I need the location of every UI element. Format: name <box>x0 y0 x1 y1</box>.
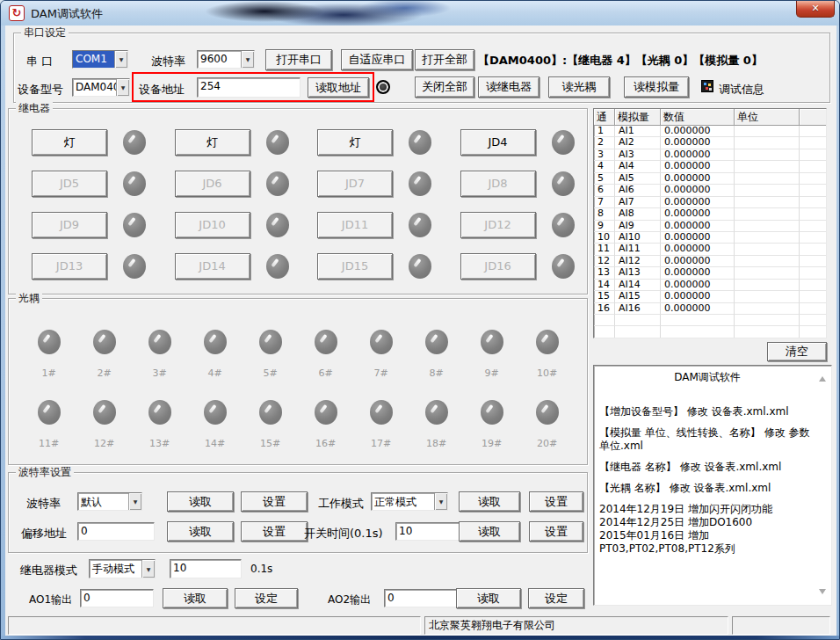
mode-read-button[interactable]: 读取 <box>459 491 520 512</box>
read-analog-button[interactable]: 读模拟量 <box>624 76 689 98</box>
relay-time-input[interactable]: 10 <box>170 559 242 578</box>
table-row[interactable]: 2 AI2 0.000000 <box>594 137 826 149</box>
debug-info-label[interactable]: 调试信息 <box>719 82 764 98</box>
read-relay-button[interactable]: 读继电器 <box>478 76 539 98</box>
relay-button[interactable]: JD10 <box>175 212 250 238</box>
cell-channel: 9 <box>594 221 615 232</box>
relay-led-icon <box>552 130 575 155</box>
relay-button[interactable]: 灯 <box>175 129 250 156</box>
col-header-channel[interactable]: 通 <box>594 109 615 126</box>
combo-arrow-icon[interactable] <box>434 493 447 510</box>
col-header-analog[interactable]: 模拟量 <box>615 109 661 126</box>
ao2-input[interactable]: 0 <box>384 589 458 607</box>
info-line: 【光耦 名称】 修改 设备表.xml.xml <box>599 482 815 495</box>
scroll-up-icon[interactable] <box>819 376 826 382</box>
table-row[interactable]: 15 AI15 0.000000 <box>594 291 826 302</box>
ao1-read-button[interactable]: 读取 <box>163 588 228 608</box>
opto-channel-label: 11# <box>39 439 59 448</box>
cell-channel: 15 <box>594 291 615 302</box>
table-row[interactable]: 12 AI12 0.000000 <box>594 256 826 267</box>
close-all-button[interactable]: 关闭全部 <box>415 76 474 98</box>
cell-analog: AI1 <box>615 126 661 137</box>
baud-rate-select[interactable]: 9600 <box>197 50 255 69</box>
col-header-unit[interactable]: 单位 <box>735 109 800 126</box>
switch-read-button[interactable]: 读取 <box>459 521 520 542</box>
col-header-value[interactable]: 数值 <box>661 109 735 126</box>
table-row[interactable] <box>594 326 826 338</box>
combo-arrow-icon[interactable] <box>116 79 129 96</box>
table-row[interactable]: 3 AI3 0.000000 <box>594 149 826 161</box>
read-opto-button[interactable]: 读光耦 <box>548 76 610 98</box>
cell-analog: AI2 <box>615 137 661 149</box>
ao2-set-button[interactable]: 设定 <box>528 588 584 608</box>
debug-info-icon[interactable] <box>701 80 713 92</box>
combo-arrow-icon[interactable] <box>128 493 141 510</box>
baud-cfg-select[interactable]: 默认 <box>77 492 142 511</box>
relay-cell: 灯 <box>12 121 156 163</box>
open-all-button[interactable]: 打开全部 <box>415 49 474 70</box>
table-row[interactable]: 11 AI11 0.000000 <box>594 244 826 255</box>
combo-arrow-icon[interactable] <box>241 51 254 68</box>
work-mode-select[interactable]: 正常模式 <box>371 492 448 511</box>
relay-button[interactable]: JD9 <box>32 212 107 238</box>
relay-button[interactable]: 灯 <box>32 129 107 156</box>
auto-serial-button[interactable]: 自适应串口 <box>341 49 413 70</box>
switch-time-input[interactable]: 10 <box>395 522 464 541</box>
cell-unit <box>735 126 800 137</box>
title-bar[interactable]: ↻ DAM调试软件 ✕ <box>1 1 840 25</box>
cell-unit <box>735 197 800 208</box>
scroll-down-icon[interactable] <box>819 589 826 594</box>
baud-set-button[interactable]: 设置 <box>241 491 308 512</box>
serial-port-select[interactable]: COM1 <box>72 50 128 69</box>
relay-button[interactable]: JD8 <box>460 171 536 197</box>
table-row[interactable]: 4 AI4 0.000000 <box>594 161 826 172</box>
opto-led-icon <box>204 330 227 354</box>
device-model-select[interactable]: DAM0400 <box>72 78 130 97</box>
relay-button[interactable]: JD14 <box>175 253 250 280</box>
mode-set-button[interactable]: 设置 <box>529 491 583 512</box>
relay-button[interactable]: JD13 <box>32 253 107 280</box>
open-serial-button[interactable]: 打开串口 <box>265 49 332 70</box>
table-row[interactable]: 1 AI1 0.000000 <box>594 126 826 137</box>
opto-led-icon <box>204 400 227 425</box>
col-header-extra[interactable] <box>800 109 826 126</box>
info-panel[interactable]: DAM调试软件 【增加设备型号】 修改 设备表.xml.xml 【模拟量 单位、… <box>593 365 832 606</box>
table-row[interactable]: 14 AI14 0.000000 <box>594 280 826 291</box>
analog-table-body: 1 AI1 0.000000 2 AI2 0.000000 <box>594 126 826 338</box>
combo-arrow-icon[interactable] <box>114 51 127 68</box>
offset-set-button[interactable]: 设置 <box>241 521 308 542</box>
relay-button[interactable]: JD5 <box>32 171 107 197</box>
relay-button[interactable]: JD7 <box>317 171 393 197</box>
read-address-button[interactable]: 读取地址 <box>308 77 369 98</box>
switch-set-button[interactable]: 设置 <box>529 521 583 542</box>
offset-address-input[interactable]: 0 <box>77 522 155 541</box>
ao1-input[interactable]: 0 <box>80 589 154 607</box>
cell-unit <box>735 208 800 220</box>
close-button[interactable]: ✕ <box>796 1 835 18</box>
table-row[interactable]: 6 AI6 0.000000 <box>594 185 826 196</box>
baud-read-button[interactable]: 读取 <box>167 491 234 512</box>
table-row[interactable]: 7 AI7 0.000000 <box>594 197 826 208</box>
relay-button[interactable]: JD15 <box>317 253 393 280</box>
relay-button[interactable]: JD6 <box>175 171 250 197</box>
cell-value: 0.000000 <box>661 185 735 196</box>
relay-button[interactable]: JD11 <box>317 212 393 238</box>
clear-button[interactable]: 清空 <box>767 342 827 361</box>
table-row[interactable]: 13 AI13 0.000000 <box>594 267 826 279</box>
relay-button[interactable]: JD12 <box>460 212 536 238</box>
table-row[interactable]: 9 AI9 0.000000 <box>594 221 826 232</box>
relay-button[interactable]: JD16 <box>460 253 536 280</box>
combo-arrow-icon[interactable] <box>141 560 155 578</box>
table-row[interactable]: 10 AI10 0.000000 <box>594 232 826 244</box>
ao1-set-button[interactable]: 设定 <box>235 588 298 608</box>
table-row[interactable]: 5 AI5 0.000000 <box>594 173 826 185</box>
relay-mode-select[interactable]: 手动模式 <box>89 559 156 578</box>
ao2-read-button[interactable]: 读取 <box>456 588 521 608</box>
table-row[interactable] <box>594 315 826 326</box>
table-row[interactable]: 16 AI16 0.000000 <box>594 303 826 315</box>
relay-button[interactable]: JD4 <box>460 129 536 156</box>
offset-read-button[interactable]: 读取 <box>167 521 234 542</box>
table-row[interactable]: 8 AI8 0.000000 <box>594 208 826 220</box>
relay-button[interactable]: 灯 <box>317 129 393 156</box>
device-address-input[interactable]: 254 <box>197 77 301 98</box>
